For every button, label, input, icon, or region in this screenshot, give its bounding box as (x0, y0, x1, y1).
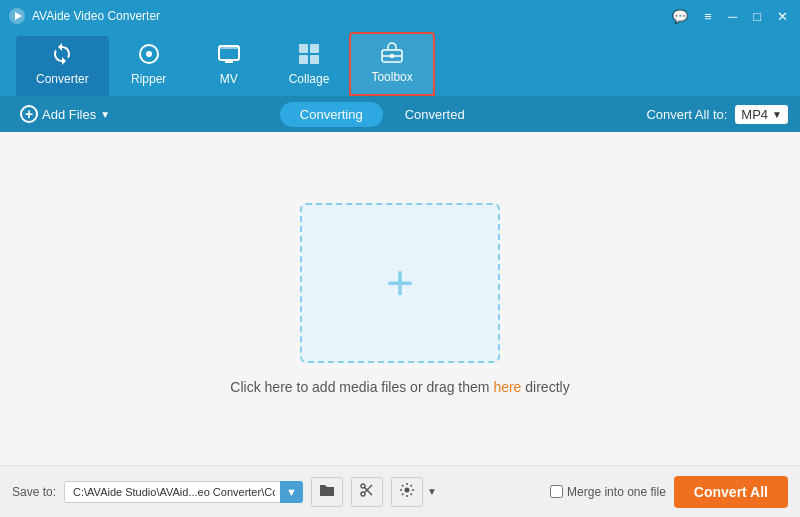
chat-icon[interactable]: 💬 (668, 9, 692, 24)
svg-point-15 (361, 484, 365, 488)
main-content: + Click here to add media files or drag … (0, 132, 800, 465)
mv-icon (217, 42, 241, 70)
svg-point-3 (146, 51, 152, 57)
merge-checkbox-area: Merge into one file (550, 485, 666, 499)
drop-text-part1: Click here to add media files or drag th… (230, 379, 493, 395)
folder-icon-button[interactable] (311, 477, 343, 507)
ripper-icon (137, 42, 161, 70)
merge-checkbox[interactable] (550, 485, 563, 498)
ripper-label: Ripper (131, 72, 166, 86)
save-path-input[interactable] (64, 481, 284, 503)
svg-rect-10 (299, 55, 308, 64)
save-to-label: Save to: (12, 485, 56, 499)
toolbar: + Add Files ▼ Converting Converted Conve… (0, 96, 800, 132)
svg-rect-11 (310, 55, 319, 64)
menu-icon[interactable]: ≡ (700, 9, 716, 24)
nav-item-toolbox[interactable]: Toolbox (349, 32, 434, 96)
tab-converted[interactable]: Converted (385, 102, 485, 127)
settings-dropdown-arrow[interactable]: ▼ (427, 486, 437, 497)
maximize-button[interactable]: □ (749, 9, 765, 24)
toolbox-icon (380, 40, 404, 68)
save-path-group: ▼ (64, 481, 303, 503)
nav-item-collage[interactable]: Collage (269, 36, 350, 96)
toolbox-label: Toolbox (371, 70, 412, 84)
format-dropdown-arrow[interactable]: ▼ (772, 109, 782, 120)
settings-icon-button[interactable] (391, 477, 423, 507)
close-button[interactable]: ✕ (773, 9, 792, 24)
app-logo (8, 7, 26, 25)
scissors-icon-button[interactable] (351, 477, 383, 507)
drop-text-highlight: here (493, 379, 521, 395)
dropdown-arrow-icon: ▼ (100, 109, 110, 120)
convert-all-to-label: Convert All to: (646, 107, 727, 122)
add-files-button[interactable]: + Add Files ▼ (12, 101, 118, 127)
drop-text-part2: directly (521, 379, 569, 395)
drop-zone[interactable]: + (300, 203, 500, 363)
app-title: AVAide Video Converter (32, 9, 668, 23)
add-files-icon: + (20, 105, 38, 123)
converter-label: Converter (36, 72, 89, 86)
add-files-label: Add Files (42, 107, 96, 122)
svg-rect-5 (219, 46, 239, 49)
svg-point-19 (404, 487, 409, 492)
nav-item-converter[interactable]: Converter (16, 36, 109, 96)
add-media-icon: + (386, 259, 414, 307)
svg-point-16 (361, 492, 365, 496)
nav-item-mv[interactable]: MV (189, 36, 269, 96)
format-value: MP4 (741, 107, 768, 122)
nav-item-ripper[interactable]: Ripper (109, 36, 189, 96)
convert-all-button[interactable]: Convert All (674, 476, 788, 508)
save-path-dropdown-button[interactable]: ▼ (280, 481, 303, 503)
tab-converting[interactable]: Converting (280, 102, 383, 127)
window-controls: 💬 ≡ ─ □ ✕ (668, 9, 792, 24)
tab-group: Converting Converted (118, 102, 646, 127)
toolbar-right: Convert All to: MP4 ▼ (646, 105, 788, 124)
title-bar: AVAide Video Converter 💬 ≡ ─ □ ✕ (0, 0, 800, 32)
svg-rect-14 (390, 54, 394, 58)
svg-rect-8 (299, 44, 308, 53)
svg-rect-9 (310, 44, 319, 53)
collage-icon (297, 42, 321, 70)
nav-bar: Converter Ripper MV (0, 32, 800, 96)
mv-label: MV (220, 72, 238, 86)
bottom-bar: Save to: ▼ ▼ Merge into one file Convert… (0, 465, 800, 517)
converter-icon (50, 42, 74, 70)
minimize-button[interactable]: ─ (724, 9, 741, 24)
drop-text: Click here to add media files or drag th… (230, 379, 569, 395)
collage-label: Collage (289, 72, 330, 86)
merge-label[interactable]: Merge into one file (567, 485, 666, 499)
